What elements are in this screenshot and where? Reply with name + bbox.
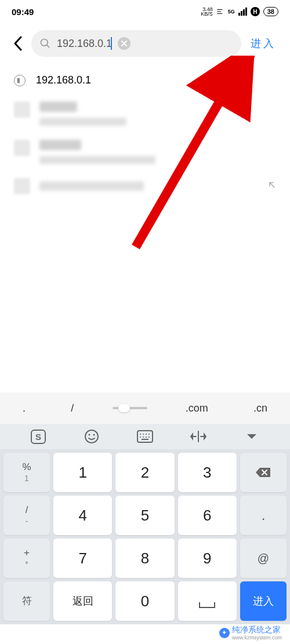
key-dot[interactable]: . xyxy=(240,496,287,535)
suggestions-list: 192.168.0.1 xyxy=(0,61,290,206)
svg-rect-16 xyxy=(142,439,148,440)
data-icon xyxy=(216,8,224,16)
search-row: 192.168.0.1 进入 xyxy=(0,23,290,61)
kb-suggest-slash[interactable]: / xyxy=(64,402,81,414)
key-2[interactable]: 2 xyxy=(115,453,174,492)
status-icons: 3.48 KB/S 5G H 38 xyxy=(201,7,278,16)
key-percent[interactable]: %1 xyxy=(3,453,50,492)
emoji-button[interactable] xyxy=(82,427,102,446)
watermark-icon: ✦ xyxy=(219,628,230,638)
suggestion-item[interactable]: 192.168.0.1 xyxy=(0,66,290,94)
h-icon: H xyxy=(251,7,260,16)
svg-point-9 xyxy=(143,434,144,435)
svg-point-8 xyxy=(140,434,141,435)
search-input[interactable]: 192.168.0.1 xyxy=(57,37,112,50)
kb-suggest-com[interactable]: .com xyxy=(179,402,215,414)
battery-icon: 38 xyxy=(263,7,278,16)
suggestion-item-blurred[interactable] xyxy=(0,133,290,171)
key-1[interactable]: 1 xyxy=(53,453,112,492)
insert-icon[interactable] xyxy=(268,181,276,191)
watermark: ✦ 纯净系统之家 www.kzmsystem.com xyxy=(219,625,282,641)
ime-button[interactable]: S xyxy=(28,427,48,446)
key-3[interactable]: 3 xyxy=(178,453,237,492)
suggestion-item-blurred[interactable] xyxy=(0,171,290,201)
svg-point-13 xyxy=(143,436,144,438)
clear-button[interactable] xyxy=(118,37,130,50)
signal-icon xyxy=(238,8,247,16)
blurred-thumb xyxy=(14,101,30,118)
suggestion-text: 192.168.0.1 xyxy=(36,74,91,86)
svg-point-10 xyxy=(146,434,147,435)
key-5[interactable]: 5 xyxy=(115,496,174,535)
search-box[interactable]: 192.168.0.1 xyxy=(31,30,241,57)
svg-point-15 xyxy=(148,436,150,438)
key-space[interactable] xyxy=(178,581,237,621)
back-button[interactable] xyxy=(9,36,27,51)
keyboard-switch-button[interactable] xyxy=(135,427,155,446)
key-enter[interactable]: 进入 xyxy=(240,581,287,621)
status-bar: 09:49 3.48 KB/S 5G H 38 xyxy=(0,0,290,23)
key-4[interactable]: 4 xyxy=(53,496,112,535)
blurred-thumb xyxy=(14,178,30,194)
keyboard-toolbar: S xyxy=(0,424,290,449)
suggestion-item-blurred[interactable] xyxy=(0,94,290,133)
key-plus[interactable]: +* xyxy=(3,539,50,578)
enter-button[interactable]: 进入 xyxy=(246,37,281,50)
key-0[interactable]: 0 xyxy=(115,581,174,621)
key-9[interactable]: 9 xyxy=(178,539,237,578)
cursor-move-button[interactable] xyxy=(188,427,208,446)
keyboard: . / .com .cn S %1 1 2 3 /- 4 5 6 . xyxy=(0,392,290,624)
kb-slider[interactable] xyxy=(113,407,147,409)
kb-suggest-dot[interactable]: . xyxy=(16,402,32,414)
key-return[interactable]: 返回 xyxy=(53,581,112,621)
key-backspace[interactable] xyxy=(240,453,287,492)
dropdown-button[interactable] xyxy=(242,427,262,446)
svg-point-14 xyxy=(146,436,147,438)
key-at[interactable]: @ xyxy=(240,539,287,578)
keyboard-suggestion-bar: . / .com .cn xyxy=(0,392,290,424)
svg-rect-7 xyxy=(137,431,153,442)
key-6[interactable]: 6 xyxy=(178,496,237,535)
status-time: 09:49 xyxy=(12,7,34,17)
search-icon xyxy=(39,38,51,49)
svg-point-5 xyxy=(89,434,90,436)
blurred-thumb xyxy=(14,140,30,156)
key-8[interactable]: 8 xyxy=(115,539,174,578)
kb-suggest-cn[interactable]: .cn xyxy=(246,402,274,414)
compass-icon xyxy=(14,75,26,86)
key-symbol[interactable]: 符 xyxy=(3,581,50,621)
svg-point-11 xyxy=(148,434,150,435)
svg-point-4 xyxy=(85,430,98,443)
svg-point-6 xyxy=(93,434,95,436)
keyboard-keys: %1 1 2 3 /- 4 5 6 . +* 7 8 9 @ 符 返回 0 进入 xyxy=(0,449,290,624)
key-slash[interactable]: /- xyxy=(3,496,50,535)
svg-point-12 xyxy=(140,436,141,438)
key-7[interactable]: 7 xyxy=(53,539,112,578)
